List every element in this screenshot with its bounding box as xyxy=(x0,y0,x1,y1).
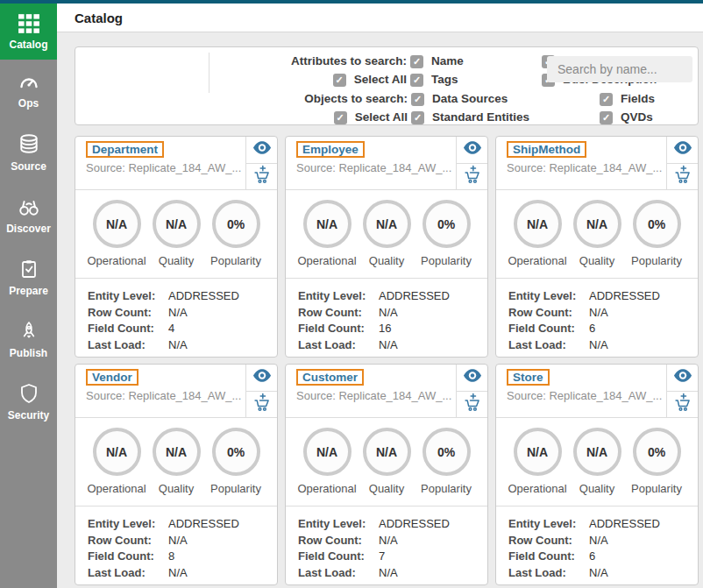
field-count-value: 4 xyxy=(168,321,174,337)
field-count-label: Field Count: xyxy=(508,321,589,337)
entity-level-label: Entity Level: xyxy=(508,288,589,305)
add-to-cart-button[interactable] xyxy=(667,392,698,418)
last-load-value: N/A xyxy=(589,337,608,354)
operational-label: Operational xyxy=(297,482,356,495)
grid-icon xyxy=(18,13,40,34)
checkbox-data-sources[interactable]: Data Sources xyxy=(411,91,600,107)
checkbox-checked-icon xyxy=(411,111,424,124)
view-entity-button[interactable] xyxy=(457,137,487,164)
entity-source: Source: Replicate_184_AW_... xyxy=(507,161,666,174)
entity-title-link[interactable]: Department xyxy=(86,141,164,158)
view-entity-button[interactable] xyxy=(667,365,698,392)
sidebar-item-prepare[interactable]: Prepare xyxy=(0,246,57,308)
last-load-label: Last Load: xyxy=(88,337,168,354)
operational-value: N/A xyxy=(93,200,141,248)
panel-divider xyxy=(209,53,209,93)
entity-level-value: ADDRESSED xyxy=(589,516,660,533)
add-to-cart-button[interactable] xyxy=(246,164,277,190)
operational-label: Operational xyxy=(508,482,566,495)
checkbox-objects-select-all[interactable]: Select All xyxy=(176,110,411,125)
card-meters: N/A Operational N/A Quality 0% Popularit… xyxy=(496,190,698,278)
gauge-icon xyxy=(18,72,40,93)
card-meters: N/A Operational N/A Quality 0% Popularit… xyxy=(75,418,277,506)
quality-label: Quality xyxy=(159,482,194,495)
entity-title-link[interactable]: Vendor xyxy=(86,369,138,386)
sidebar-item-ops[interactable]: Ops xyxy=(0,60,57,122)
entity-level-value: ADDRESSED xyxy=(589,288,660,305)
entity-title-link[interactable]: Employee xyxy=(296,141,365,158)
entity-card: Customer Source: Replicate_184_AW_... xyxy=(285,364,488,585)
entity-source: Source: Replicate_184_AW_... xyxy=(296,389,456,402)
sidebar-item-security[interactable]: Security xyxy=(0,371,57,433)
search-input[interactable] xyxy=(547,56,692,82)
page-title: Catalog xyxy=(75,11,123,25)
sidebar-nav: Catalog Ops Source xyxy=(0,4,57,588)
page-header: Catalog xyxy=(57,4,703,32)
card-meters: N/A Operational N/A Quality 0% Popularit… xyxy=(75,190,277,278)
row-count-label: Row Count: xyxy=(508,533,589,549)
view-entity-button[interactable] xyxy=(246,365,277,392)
rocket-icon xyxy=(18,320,39,343)
card-stats: Entity Level: ADDRESSED Row Count: N/A F… xyxy=(496,506,698,581)
entity-title-link[interactable]: Store xyxy=(507,369,550,386)
quality-label: Quality xyxy=(369,254,404,267)
checkbox-attributes-select-all[interactable]: Select All xyxy=(216,72,410,88)
entity-level-label: Entity Level: xyxy=(88,516,168,533)
entity-level-label: Entity Level: xyxy=(298,288,379,305)
quality-meter: N/A Quality xyxy=(567,200,627,278)
card-header: Vendor Source: Replicate_184_AW_... xyxy=(75,365,277,418)
operational-value: N/A xyxy=(93,428,141,476)
row-count-label: Row Count: xyxy=(298,305,379,322)
checkbox-name[interactable]: Name xyxy=(410,53,542,69)
sidebar-item-source[interactable]: Source xyxy=(0,122,57,184)
card-stats: Entity Level: ADDRESSED Row Count: N/A F… xyxy=(286,278,487,353)
sidebar-item-label: Security xyxy=(8,409,49,422)
database-icon xyxy=(18,133,40,156)
checkbox-checked-icon xyxy=(333,74,346,87)
view-entity-button[interactable] xyxy=(246,137,277,164)
popularity-label: Popularity xyxy=(210,482,261,495)
entity-level-label: Entity Level: xyxy=(298,516,379,533)
checkbox-tags[interactable]: Tags xyxy=(410,72,542,88)
sidebar-item-label: Catalog xyxy=(9,39,47,51)
quality-meter: N/A Quality xyxy=(146,200,206,278)
popularity-label: Popularity xyxy=(421,254,472,267)
entity-title-link[interactable]: Customer xyxy=(296,369,364,386)
operational-meter: N/A Operational xyxy=(87,428,146,506)
sidebar-item-publish[interactable]: Publish xyxy=(0,308,57,371)
card-meters: N/A Operational N/A Quality 0% Popularit… xyxy=(496,418,698,506)
popularity-label: Popularity xyxy=(421,482,472,495)
add-to-cart-button[interactable] xyxy=(246,392,277,418)
shield-icon xyxy=(18,382,39,405)
entity-title-link[interactable]: ShipMethod xyxy=(507,141,586,158)
card-meters: N/A Operational N/A Quality 0% Popularit… xyxy=(286,418,487,506)
entity-card: Vendor Source: Replicate_184_AW_... xyxy=(75,364,278,585)
sidebar-item-discover[interactable]: Discover xyxy=(0,184,57,246)
quality-meter: N/A Quality xyxy=(146,428,206,506)
checkbox-fields[interactable]: Fields xyxy=(600,91,696,107)
checkbox-standard-entities[interactable]: Standard Entities xyxy=(411,110,600,125)
view-entity-button[interactable] xyxy=(457,365,487,392)
sidebar-item-catalog[interactable]: Catalog xyxy=(0,4,57,60)
operational-label: Operational xyxy=(87,254,146,267)
quality-meter: N/A Quality xyxy=(357,428,416,506)
card-stats: Entity Level: ADDRESSED Row Count: N/A F… xyxy=(496,278,698,353)
quality-value: N/A xyxy=(363,428,411,476)
add-to-cart-button[interactable] xyxy=(457,164,487,190)
checkbox-qvds[interactable]: QVDs xyxy=(600,110,696,125)
field-count-label: Field Count: xyxy=(298,321,379,337)
operational-value: N/A xyxy=(303,200,352,248)
checkbox-checked-icon xyxy=(334,111,347,124)
objects-filter-group: Objects to search: Data Sources Fields S… xyxy=(176,91,698,125)
eye-icon xyxy=(463,368,482,386)
operational-meter: N/A Operational xyxy=(297,200,357,278)
entity-source: Source: Replicate_184_AW_... xyxy=(507,389,666,402)
add-to-cart-button[interactable] xyxy=(667,164,698,190)
quality-value: N/A xyxy=(153,200,201,248)
field-count-label: Field Count: xyxy=(298,549,379,565)
card-header: Customer Source: Replicate_184_AW_... xyxy=(286,365,487,418)
popularity-label: Popularity xyxy=(631,482,682,495)
view-entity-button[interactable] xyxy=(667,137,698,164)
sidebar-item-label: Prepare xyxy=(9,285,48,297)
add-to-cart-button[interactable] xyxy=(457,392,487,418)
